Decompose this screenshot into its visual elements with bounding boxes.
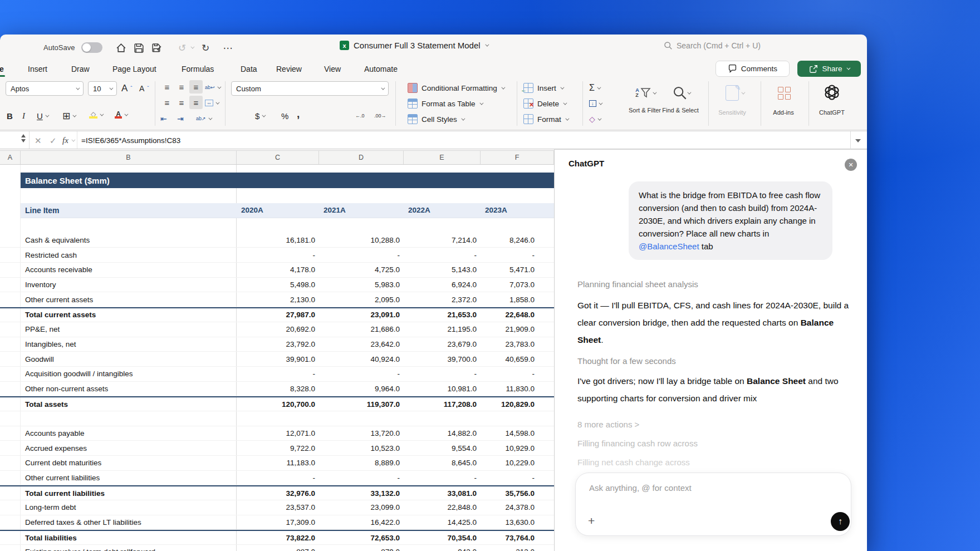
font-size-select[interactable]: 10 [88,81,117,96]
row-label[interactable]: Total current assets [21,308,237,322]
tab-page-layout[interactable]: Page Layout [111,60,158,78]
cell[interactable] [0,545,21,551]
cell-value[interactable]: 21,686.0 [319,325,404,333]
increase-indent-button[interactable]: ⇥ [177,111,184,126]
row-label[interactable]: Current debt maturities [21,456,237,470]
share-button[interactable]: Share [797,61,861,77]
year-header[interactable]: 2023A [481,206,554,214]
home-icon[interactable] [115,42,127,54]
row-label[interactable] [21,411,237,426]
tab-insert[interactable]: Insert [27,60,48,78]
cell-styles-button[interactable]: Cell Styles [408,112,464,126]
cell-value[interactable]: 14,882.0 [404,429,481,437]
cell-value[interactable]: 8,328.0 [237,385,319,393]
row-label[interactable]: Cash & equivalents [21,233,237,248]
align-middle-button[interactable]: ≡ [175,80,188,94]
name-box-spinner[interactable] [21,134,26,142]
format-cells-button[interactable]: Format [523,112,568,126]
chat-input[interactable] [589,483,829,493]
shrink-font-button[interactable]: Aˇ [139,81,149,96]
cell[interactable] [0,322,21,337]
line-item-header[interactable]: Line Item [21,203,237,218]
tab-data[interactable]: Data [239,60,258,78]
more-options-icon[interactable]: ⋯ [222,42,234,54]
save-icon[interactable] [133,42,145,54]
cell-value[interactable]: - [237,251,319,259]
cell-value[interactable]: 9,722.0 [237,444,319,452]
cell-value[interactable]: 4,178.0 [237,265,319,274]
cell-value[interactable]: 23,679.0 [404,340,481,348]
status-thought[interactable]: Thought for a few seconds [577,356,859,367]
attach-plus-icon[interactable]: + [588,514,595,528]
cell-value[interactable]: 7,214.0 [404,236,481,244]
cell-value[interactable]: - [237,370,319,378]
cell[interactable] [0,278,21,292]
delete-cells-button[interactable]: ✕ Delete [523,97,566,110]
tab-formulas[interactable]: Formulas [180,60,215,78]
cell-value[interactable]: 23,642.0 [319,340,404,348]
italic-button[interactable]: I [22,109,25,123]
cell[interactable] [0,218,21,233]
borders-button[interactable]: ⊞ [62,109,75,123]
cell-value[interactable]: 4,725.0 [319,265,404,274]
cell-value[interactable]: 24,378.0 [481,503,554,511]
cell-value[interactable]: 10,288.0 [319,236,404,244]
cell-value[interactable]: 17,309.0 [237,518,319,527]
cell-value[interactable]: 39,901.0 [237,355,319,363]
cell[interactable] [0,426,21,441]
cell[interactable] [0,382,21,396]
currency-format-button[interactable]: $ [255,109,264,123]
cell-value[interactable]: 10,929.0 [481,444,554,452]
chatgpt-ribbon-button[interactable] [822,80,841,105]
row-label[interactable]: Acquisition goodwill / intangibles [21,367,237,381]
cell-value[interactable]: 9,554.0 [404,444,481,452]
cell[interactable] [0,248,21,262]
align-center-button[interactable]: ≡ [175,96,188,109]
cell-value[interactable]: 5,983.0 [319,281,404,289]
cell[interactable] [0,531,21,544]
row-label[interactable]: Existing revolver / term debt rollforwar… [21,545,237,551]
cell[interactable] [0,456,21,470]
cell-value[interactable]: 23,537.0 [237,503,319,511]
year-header[interactable]: 2021A [319,206,404,214]
confirm-entry-icon[interactable]: ✓ [50,131,57,150]
cell-value[interactable]: 120,700.0 [237,400,319,409]
redo-icon[interactable]: ↻ [199,42,212,54]
cell[interactable] [0,337,21,352]
align-bottom-button[interactable]: ≡ [189,80,203,94]
autosave-toggle[interactable] [81,42,102,53]
cell[interactable] [0,292,21,307]
addins-button[interactable] [776,82,792,104]
row-label[interactable]: Other non-current assets [21,382,237,396]
row-label[interactable]: Deferred taxes & other LT liabilities [21,515,237,530]
insert-cells-button[interactable]: ← Insert [523,81,563,95]
cell-value[interactable]: 2,130.0 [237,296,319,304]
row-label[interactable]: Intangibles, net [21,337,237,352]
cell-value[interactable]: 12,071.0 [237,429,319,437]
conditional-formatting-button[interactable]: Conditional Formatting [408,81,504,95]
cell[interactable] [0,352,21,366]
tab-review[interactable]: Review [275,60,303,78]
row-label[interactable]: PP&E, net [21,322,237,337]
cell[interactable] [0,411,21,426]
row-label[interactable]: Total liabilities [21,531,237,544]
cell[interactable] [0,515,21,530]
cell-value[interactable]: 40,659.0 [481,355,554,363]
fill-color-button[interactable]: ◇ [89,107,102,122]
cell-value[interactable]: 33,081.0 [404,489,481,498]
row-label[interactable]: Accrued expenses [21,441,237,455]
number-format-select[interactable]: Custom [231,81,389,96]
cell-value[interactable]: 73,764.0 [481,534,554,542]
cell[interactable] [21,218,237,233]
year-header[interactable]: 2022A [404,206,481,214]
year-header[interactable]: 2020A [237,206,319,214]
cell-value[interactable]: 10,523.0 [319,444,404,452]
autosum-button[interactable]: Σ [589,81,600,95]
decrease-indent-button[interactable]: ⇤ [160,111,167,126]
cell-value[interactable]: 120,829.0 [481,400,554,409]
cell-value[interactable]: - [404,251,481,259]
grow-font-button[interactable]: Aˆ [121,81,133,96]
cell-value[interactable]: 20,692.0 [237,325,319,333]
cell[interactable] [0,203,21,218]
cell-value[interactable]: 879.0 [319,548,404,551]
